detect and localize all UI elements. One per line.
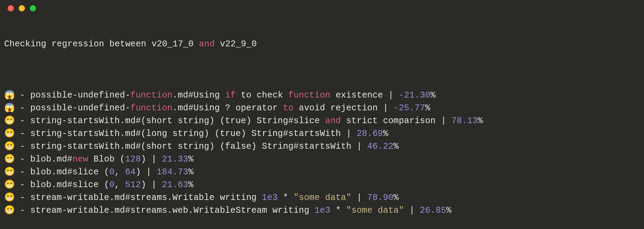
text-segment: "some data" — [294, 193, 351, 203]
text-segment: % — [188, 167, 194, 177]
header-and: and — [194, 39, 220, 49]
text-segment: -21.30 — [399, 90, 430, 100]
version-to: v22_9_0 — [220, 39, 257, 49]
benchmark-row: 😱 - possible-undefined-function.md#Using… — [4, 102, 640, 114]
scream-icon: 😱 — [4, 89, 15, 102]
text-segment: | — [351, 193, 367, 203]
text-segment: * — [278, 193, 294, 203]
terminal-window: Checking regression between v20_17_0 and… — [0, 0, 644, 229]
text-segment: to — [283, 103, 293, 113]
text-segment: | — [404, 205, 420, 216]
grin-icon: 😁 — [4, 204, 15, 217]
grin-icon: 😁 — [4, 178, 15, 191]
terminal-output: Checking regression between v20_17_0 and… — [0, 17, 644, 229]
header-line: Checking regression between v20_17_0 and… — [4, 38, 640, 51]
text-segment: ) | — [136, 167, 157, 177]
text-segment: - possible-undefined- — [15, 90, 130, 100]
benchmark-row: 😁 - stream-writable.md#streams.web.Writa… — [4, 204, 640, 217]
text-segment: - string-startsWith.md#(short string) (t… — [15, 116, 325, 126]
text-segment: 78.13 — [451, 116, 478, 126]
scream-icon: 😱 — [4, 102, 15, 114]
text-segment: % — [188, 154, 194, 164]
text-segment: 1e3 — [262, 193, 278, 203]
text-segment: ) | — [141, 154, 162, 164]
text-segment: "some data" — [346, 205, 404, 216]
text-segment: strict comparison | — [341, 116, 451, 126]
benchmark-rows: 😱 - possible-undefined-function.md#Using… — [4, 89, 640, 217]
text-segment: % — [188, 180, 194, 190]
text-segment: 184.73 — [156, 167, 188, 177]
text-segment: function — [130, 103, 172, 113]
grin-icon: 😁 — [4, 127, 15, 140]
text-segment: .md#Using ? operator — [172, 103, 283, 113]
text-segment: 128 — [125, 154, 141, 164]
grin-icon: 😁 — [4, 153, 15, 166]
text-segment: - string-startsWith.md#(short string) (f… — [15, 141, 367, 152]
text-segment: % — [394, 193, 399, 203]
text-segment: 64 — [125, 167, 135, 177]
text-segment: - blob.md# — [15, 154, 72, 164]
text-segment: function — [288, 90, 331, 100]
blank-line — [4, 63, 640, 76]
text-segment: % — [394, 141, 399, 152]
grin-icon: 😁 — [4, 140, 15, 153]
text-segment: , — [115, 167, 125, 177]
benchmark-row: 😁 - string-startsWith.md#(long string) (… — [4, 127, 640, 140]
close-icon[interactable] — [8, 5, 14, 11]
text-segment: to check — [236, 90, 288, 100]
text-segment: % — [383, 129, 388, 139]
text-segment: - blob.md#slice ( — [15, 180, 109, 190]
text-segment: % — [425, 103, 430, 113]
text-segment: existence | — [330, 90, 399, 100]
text-segment: 0 — [109, 167, 115, 177]
benchmark-row: 😁 - blob.md#new Blob (128) | 21.33% — [4, 153, 640, 166]
text-segment: if — [225, 90, 235, 100]
text-segment: 0 — [109, 180, 115, 190]
zoom-icon[interactable] — [30, 5, 36, 11]
text-segment: - stream-writable.md#streams.web.Writabl… — [15, 205, 315, 216]
text-segment: -25.77 — [394, 103, 425, 113]
benchmark-row: 😁 - blob.md#slice (0, 512) | 21.63% — [4, 178, 640, 191]
benchmark-row: 😁 - stream-writable.md#streams.Writable … — [4, 191, 640, 204]
text-segment: % — [430, 90, 436, 100]
text-segment: Blob ( — [88, 154, 125, 164]
text-segment: - stream-writable.md#streams.Writable wr… — [15, 193, 262, 203]
text-segment: 46.22 — [367, 141, 394, 152]
text-segment: 512 — [125, 180, 141, 190]
window-titlebar — [0, 0, 644, 17]
grin-icon: 😁 — [4, 114, 15, 127]
grin-icon: 😁 — [4, 191, 15, 204]
text-segment: - blob.md#slice ( — [15, 167, 109, 177]
text-segment: * — [330, 205, 346, 216]
text-segment: 21.63 — [162, 180, 188, 190]
benchmark-row: 😱 - possible-undefined-function.md#Using… — [4, 89, 640, 102]
text-segment: % — [446, 205, 451, 216]
text-segment: 28.69 — [357, 129, 383, 139]
text-segment: avoid rejection | — [294, 103, 394, 113]
text-segment: , — [115, 180, 125, 190]
text-segment: - possible-undefined- — [15, 103, 130, 113]
text-segment: 21.33 — [162, 154, 188, 164]
header-prefix: Checking regression between — [4, 39, 152, 49]
text-segment: 26.85 — [420, 205, 446, 216]
text-segment: .md#Using — [172, 90, 225, 100]
text-segment: % — [478, 116, 483, 126]
benchmark-row: 😁 - blob.md#slice (0, 64) | 184.73% — [4, 166, 640, 178]
text-segment: new — [72, 154, 88, 164]
benchmark-row: 😁 - string-startsWith.md#(short string) … — [4, 114, 640, 127]
minimize-icon[interactable] — [19, 5, 25, 11]
text-segment: - string-startsWith.md#(long string) (tr… — [15, 129, 357, 139]
text-segment: and — [325, 116, 341, 126]
version-from: v20_17_0 — [152, 39, 194, 49]
text-segment: 1e3 — [315, 205, 331, 216]
grin-icon: 😁 — [4, 166, 15, 178]
text-segment: ) | — [141, 180, 162, 190]
text-segment: 78.90 — [367, 193, 394, 203]
benchmark-row: 😁 - string-startsWith.md#(short string) … — [4, 140, 640, 153]
text-segment: function — [130, 90, 172, 100]
